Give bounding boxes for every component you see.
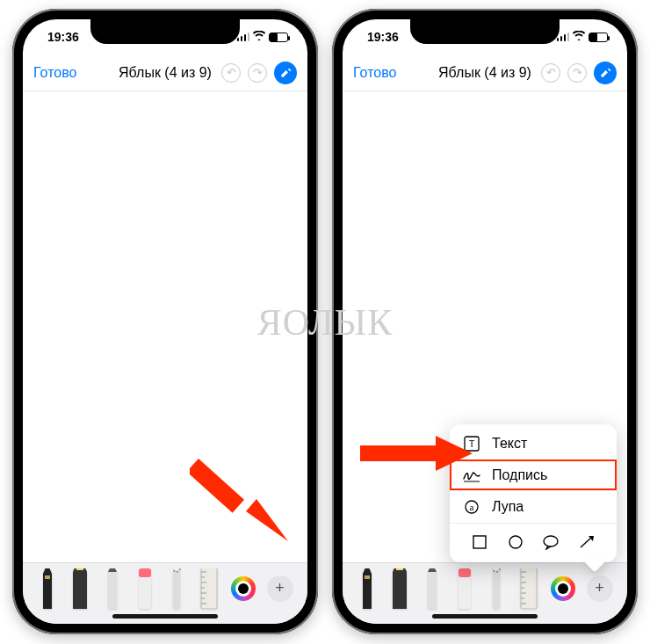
eraser-tool[interactable] xyxy=(454,568,475,609)
notch xyxy=(90,19,240,44)
svg-rect-1 xyxy=(76,568,83,570)
svg-rect-30 xyxy=(493,570,500,609)
magnifier-icon: a xyxy=(462,498,481,516)
battery-icon xyxy=(589,33,608,42)
pen-tool[interactable] xyxy=(357,568,378,609)
svg-rect-32 xyxy=(521,568,537,609)
popover-label: Текст xyxy=(492,436,527,452)
shape-arrow-button[interactable] xyxy=(577,532,596,552)
svg-marker-15 xyxy=(246,499,288,541)
popover-label: Лупа xyxy=(492,499,524,515)
nav-bar: Готово Яблык (4 из 9) ↶ ↷ xyxy=(343,54,627,91)
marker-tool[interactable] xyxy=(389,568,410,609)
marker-tool[interactable] xyxy=(69,568,90,609)
redo-button[interactable]: ↷ xyxy=(248,63,267,83)
svg-point-23 xyxy=(544,536,558,546)
svg-rect-0 xyxy=(45,575,50,579)
svg-text:a: a xyxy=(470,502,474,512)
done-button[interactable]: Готово xyxy=(353,65,396,81)
popover-item-text[interactable]: T Текст xyxy=(450,428,617,459)
svg-rect-29 xyxy=(459,568,471,577)
lasso-tool[interactable] xyxy=(166,568,187,609)
popover-item-magnifier[interactable]: a Лупа xyxy=(450,490,617,523)
svg-point-22 xyxy=(509,536,522,548)
add-button[interactable]: + xyxy=(587,575,613,602)
svg-rect-6 xyxy=(201,568,217,609)
lasso-tool[interactable] xyxy=(486,568,507,609)
svg-rect-40 xyxy=(360,445,439,461)
status-right xyxy=(557,31,609,43)
popover-label: Подпись xyxy=(492,467,547,483)
undo-button[interactable]: ↶ xyxy=(541,63,560,83)
home-indicator[interactable] xyxy=(432,614,538,619)
shape-circle-button[interactable] xyxy=(506,532,525,552)
add-popover: T Текст Подпись a Лупа xyxy=(450,424,617,562)
markup-pen-button[interactable] xyxy=(594,62,617,84)
shape-speech-button[interactable] xyxy=(541,532,560,552)
color-picker-button[interactable] xyxy=(551,576,575,601)
home-indicator[interactable] xyxy=(112,614,218,619)
status-time: 19:36 xyxy=(367,30,399,44)
svg-line-24 xyxy=(581,538,591,547)
pen-tool[interactable] xyxy=(37,568,58,609)
svg-rect-26 xyxy=(365,575,370,579)
svg-rect-21 xyxy=(473,536,486,548)
status-right xyxy=(237,31,289,43)
redo-button[interactable]: ↷ xyxy=(567,63,587,83)
ruler-tool[interactable] xyxy=(518,568,539,609)
pencil-tool[interactable] xyxy=(422,568,443,609)
svg-rect-14 xyxy=(190,459,244,513)
color-picker-button[interactable] xyxy=(231,576,256,601)
svg-rect-3 xyxy=(139,568,151,577)
popover-shapes-row xyxy=(450,523,617,559)
markup-pen-button[interactable] xyxy=(274,62,297,84)
svg-rect-4 xyxy=(173,570,180,609)
notch xyxy=(410,19,560,44)
annotation-arrow xyxy=(360,436,474,474)
svg-rect-27 xyxy=(396,568,403,570)
nav-bar: Готово Яблык (4 из 9) ↶ ↷ xyxy=(23,54,307,91)
shape-square-button[interactable] xyxy=(470,532,489,552)
undo-button[interactable]: ↶ xyxy=(221,63,241,83)
wifi-icon xyxy=(253,31,265,43)
annotation-arrow xyxy=(190,450,295,559)
eraser-tool[interactable] xyxy=(134,568,155,609)
wifi-icon xyxy=(573,31,585,43)
watermark: ЯОЛЫК xyxy=(257,301,393,344)
add-button[interactable]: + xyxy=(267,575,293,602)
battery-icon xyxy=(269,33,288,42)
pencil-tool[interactable] xyxy=(102,568,123,609)
ruler-tool[interactable] xyxy=(199,568,220,609)
svg-marker-41 xyxy=(436,436,473,471)
status-time: 19:36 xyxy=(47,30,79,44)
done-button[interactable]: Готово xyxy=(33,65,76,81)
popover-item-signature[interactable]: Подпись xyxy=(450,459,617,490)
